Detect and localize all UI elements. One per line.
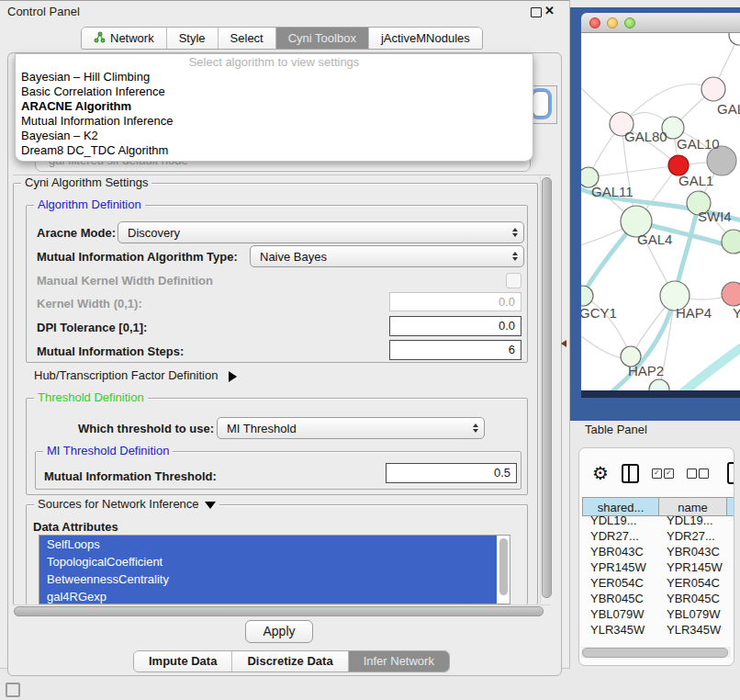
network-node[interactable] bbox=[729, 33, 740, 45]
settings-horizontal-scrollbar[interactable] bbox=[12, 604, 551, 616]
cell[interactable]: YLR345W bbox=[582, 622, 658, 638]
tab-jactivemnodules[interactable]: jActiveMNodules bbox=[369, 28, 482, 49]
zoom-traffic-light-icon[interactable] bbox=[624, 17, 635, 28]
table-row[interactable]: YBR043C YBR043C bbox=[582, 544, 734, 559]
split-pane-icon[interactable] bbox=[622, 464, 639, 483]
apply-button[interactable]: Apply bbox=[245, 620, 313, 643]
list-item[interactable]: BetweennessCentrality bbox=[39, 570, 497, 588]
cell[interactable]: YDL19... bbox=[658, 513, 726, 528]
aracne-mode-value: Discovery bbox=[128, 226, 512, 240]
cell[interactable]: YER054C bbox=[658, 575, 726, 591]
sources-group-title[interactable]: Sources for Network Inference bbox=[34, 497, 219, 511]
dropdown-item[interactable]: Bayesian – K2 bbox=[16, 129, 533, 143]
list-item[interactable]: gal4RGexp bbox=[39, 588, 497, 604]
spinner-arrows-icon bbox=[512, 228, 518, 237]
corner-widget[interactable] bbox=[6, 683, 20, 697]
table-row[interactable]: YDL19... YDL19... 13 bbox=[582, 513, 734, 528]
dpi-tolerance-field[interactable]: 0.0 bbox=[389, 316, 521, 336]
vertical-scroll-thumb[interactable] bbox=[542, 177, 552, 598]
table-row[interactable]: YLR345W YLR345W 9. bbox=[582, 622, 734, 638]
cell[interactable]: 9. bbox=[726, 559, 734, 575]
cell[interactable]: YER054C bbox=[582, 575, 658, 591]
network-node-gcy1[interactable] bbox=[581, 286, 593, 306]
mi-steps-field[interactable]: 6 bbox=[389, 340, 521, 360]
network-node[interactable] bbox=[722, 230, 740, 254]
focused-small-button[interactable] bbox=[533, 91, 549, 117]
cell[interactable]: YPR145W bbox=[582, 559, 658, 575]
settings-vertical-scrollbar[interactable] bbox=[540, 175, 552, 604]
mi-type-select[interactable]: Naive Bayes bbox=[250, 245, 524, 267]
network-node-salmon[interactable] bbox=[722, 282, 740, 306]
close-icon[interactable]: ✕ bbox=[544, 4, 555, 17]
tab-infer-network[interactable]: Infer Network bbox=[349, 651, 449, 672]
table-row[interactable]: YBL079W YBL079W bbox=[582, 606, 734, 622]
cell[interactable]: YBL079W bbox=[658, 606, 726, 622]
deselect-all-checkboxes-icon[interactable] bbox=[687, 469, 709, 479]
cell[interactable]: 12 bbox=[726, 528, 734, 544]
close-traffic-light-icon[interactable] bbox=[589, 17, 600, 28]
network-window-titlebar[interactable] bbox=[581, 13, 740, 33]
tab-network[interactable]: Network bbox=[82, 28, 167, 49]
cell[interactable]: YDR27... bbox=[658, 528, 726, 544]
table-row[interactable]: YBR045C YBR045C 9. bbox=[582, 591, 734, 606]
horizontal-scroll-thumb[interactable] bbox=[14, 606, 544, 616]
float-window-icon[interactable] bbox=[531, 7, 542, 17]
list-scrollbar[interactable] bbox=[499, 538, 508, 595]
cell[interactable] bbox=[726, 544, 734, 559]
cell[interactable]: 8. bbox=[726, 575, 734, 591]
data-attributes-label: Data Attributes bbox=[33, 520, 118, 534]
table-row[interactable]: YDR27... YDR27... 12 bbox=[582, 528, 734, 544]
gear-icon[interactable]: ⚙ bbox=[592, 464, 609, 482]
cell[interactable]: YBR043C bbox=[582, 544, 658, 559]
table-horizontal-scrollbar[interactable] bbox=[581, 647, 731, 658]
cell[interactable]: 13 bbox=[726, 513, 734, 528]
expander-right-arrow-icon bbox=[229, 371, 237, 382]
table-row[interactable]: YPR145W YPR145W 9. bbox=[582, 559, 734, 575]
cell[interactable]: YDL19... bbox=[582, 513, 658, 528]
document-icon[interactable] bbox=[727, 462, 734, 484]
aracne-mode-select[interactable]: Discovery bbox=[118, 221, 524, 243]
cell[interactable]: 9. bbox=[726, 591, 734, 606]
tab-impute-data[interactable]: Impute Data bbox=[134, 651, 232, 672]
list-item[interactable]: TopologicalCoefficient bbox=[39, 553, 497, 570]
cell[interactable]: YDR27... bbox=[582, 528, 658, 544]
cell[interactable]: YLR345W bbox=[658, 622, 726, 638]
data-attributes-list[interactable]: SelfLoops TopologicalCoefficient Between… bbox=[39, 535, 510, 604]
dropdown-item[interactable]: Basic Correlation Inference bbox=[16, 85, 533, 99]
cell[interactable]: YPR145W bbox=[658, 559, 726, 575]
algorithm-definition-title: Algorithm Definition bbox=[34, 198, 145, 211]
cell[interactable]: 9. bbox=[726, 622, 734, 638]
tab-style[interactable]: Style bbox=[167, 28, 219, 49]
manual-kernel-checkbox[interactable] bbox=[506, 273, 521, 288]
select-all-checkboxes-icon[interactable]: ✓✓ bbox=[652, 469, 674, 479]
table-scroll-thumb[interactable] bbox=[582, 648, 728, 658]
list-item[interactable]: SelfLoops bbox=[39, 536, 497, 553]
mi-type-value: Naive Bayes bbox=[260, 250, 512, 264]
which-threshold-select[interactable]: MI Threshold bbox=[217, 417, 485, 439]
kernel-width-field[interactable]: 0.0 bbox=[389, 292, 521, 311]
minimize-traffic-light-icon[interactable] bbox=[607, 17, 618, 28]
cell[interactable] bbox=[726, 606, 734, 622]
cell[interactable]: YBR045C bbox=[582, 591, 658, 606]
network-desktop-background: GAL GAL80 GAL10 GAL1 GAL11 SWI4 GAL4 GCY… bbox=[570, 7, 740, 421]
dropdown-item-selected[interactable]: ARACNE Algorithm bbox=[16, 99, 533, 114]
cell[interactable]: YBL079W bbox=[582, 606, 658, 622]
network-canvas[interactable]: GAL GAL80 GAL10 GAL1 GAL11 SWI4 GAL4 GCY… bbox=[581, 33, 740, 390]
dropdown-item[interactable]: Bayesian – Hill Climbing bbox=[16, 70, 533, 85]
mi-threshold-label: Mutual Information Threshold: bbox=[44, 469, 217, 483]
tab-cyni-toolbox[interactable]: Cyni Toolbox bbox=[276, 28, 369, 49]
cell[interactable]: YBR045C bbox=[658, 591, 726, 606]
sources-title-text: Sources for Network Inference bbox=[38, 497, 199, 511]
panel-splitter-handle[interactable] bbox=[561, 340, 566, 347]
dropdown-item[interactable]: Dream8 DC_TDC Algorithm bbox=[16, 143, 533, 158]
tab-discretize-data[interactable]: Discretize Data bbox=[232, 651, 348, 672]
table-toolbar: ⚙ ✓✓ bbox=[579, 459, 734, 487]
cell[interactable]: YBR043C bbox=[658, 544, 726, 559]
mi-threshold-field[interactable]: 0.5 bbox=[386, 463, 517, 483]
table-row[interactable]: YER054C YER054C 8. bbox=[582, 575, 734, 591]
dropdown-item[interactable]: Mutual Information Inference bbox=[16, 114, 533, 129]
tab-select[interactable]: Select bbox=[219, 28, 276, 49]
hub-definition-expander[interactable]: Hub/Transcription Factor Definition bbox=[34, 368, 237, 382]
network-node-gal[interactable] bbox=[701, 77, 725, 101]
network-node[interactable] bbox=[649, 379, 669, 390]
